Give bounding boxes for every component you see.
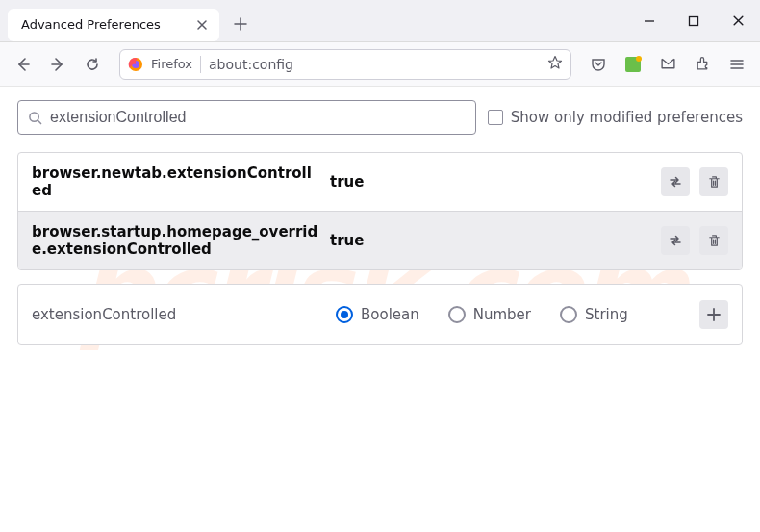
close-window-button[interactable] (716, 0, 760, 42)
minimize-button[interactable] (627, 0, 671, 42)
type-radio-string[interactable]: String (560, 306, 628, 323)
main-content: Show only modified preferences browser.n… (0, 87, 760, 359)
close-tab-icon[interactable] (194, 17, 210, 33)
bookmark-star-icon[interactable] (547, 55, 563, 74)
url-text: about:config (209, 57, 540, 72)
svg-rect-0 (690, 16, 698, 25)
inbox-icon[interactable] (652, 49, 683, 80)
search-input[interactable] (50, 109, 466, 126)
url-bar[interactable]: Firefox about:config (119, 49, 571, 80)
radio-icon (560, 306, 577, 323)
extensions-icon[interactable] (687, 49, 718, 80)
app-menu-icon[interactable] (722, 49, 752, 80)
search-box[interactable] (17, 100, 476, 135)
radio-label: String (585, 306, 628, 323)
browser-tab[interactable]: Advanced Preferences (8, 9, 219, 41)
checkbox-label: Show only modified preferences (511, 109, 743, 126)
firefox-icon (128, 57, 143, 72)
pref-row: browser.startup.homepage_override.extens… (18, 212, 742, 269)
forward-button[interactable] (42, 49, 73, 80)
pref-value: true (330, 173, 364, 190)
radio-label: Number (473, 306, 531, 323)
add-pref-row: extensionControlled Boolean Number Strin… (17, 284, 743, 345)
maximize-button[interactable] (671, 0, 716, 42)
radio-icon (448, 306, 466, 323)
pref-value: true (330, 232, 364, 249)
pref-row: browser.newtab.extensionControlled true (18, 153, 742, 212)
toggle-button[interactable] (661, 226, 690, 255)
identity-label: Firefox (151, 56, 201, 73)
extension-icon[interactable] (618, 49, 648, 80)
window-titlebar: Advanced Preferences (0, 0, 760, 42)
new-tab-button[interactable] (225, 9, 256, 39)
tab-title: Advanced Preferences (21, 17, 183, 32)
add-button[interactable] (699, 300, 728, 329)
delete-button[interactable] (699, 167, 728, 196)
browser-toolbar: Firefox about:config (0, 42, 760, 87)
new-pref-name: extensionControlled (32, 306, 320, 323)
delete-button[interactable] (699, 226, 728, 255)
checkbox-icon (488, 110, 503, 125)
back-button[interactable] (8, 49, 38, 80)
radio-icon (336, 306, 353, 323)
modified-only-checkbox[interactable]: Show only modified preferences (488, 109, 743, 126)
type-radio-number[interactable]: Number (448, 306, 531, 323)
type-radio-boolean[interactable]: Boolean (336, 306, 419, 323)
pref-name: browser.newtab.extensionControlled (32, 165, 320, 199)
radio-label: Boolean (361, 306, 419, 323)
reload-button[interactable] (77, 49, 108, 80)
pref-name: browser.startup.homepage_override.extens… (32, 223, 320, 258)
pocket-icon[interactable] (583, 49, 614, 80)
search-icon (28, 111, 42, 125)
toggle-button[interactable] (661, 167, 690, 196)
preferences-table: browser.newtab.extensionControlled true … (17, 152, 743, 270)
